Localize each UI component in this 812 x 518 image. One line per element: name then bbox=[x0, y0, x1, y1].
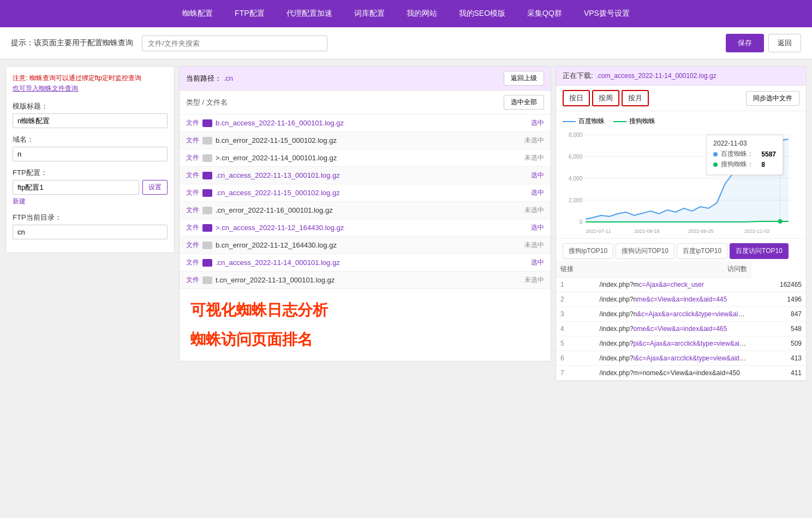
row-link: /index.php?mc=Ajax&a=check_user bbox=[595, 278, 751, 292]
path-display: 当前路径： .cn bbox=[186, 74, 233, 83]
svg-text:6,000: 6,000 bbox=[569, 154, 583, 160]
ftp-config-row: 设置 bbox=[13, 180, 168, 195]
domain-input[interactable] bbox=[13, 147, 168, 161]
overlay-text: 可视化蜘蛛日志分析 蜘蛛访问页面排名 bbox=[180, 289, 551, 356]
file-icon bbox=[202, 259, 212, 267]
main-content: 注意: 蜘蛛查询可以通过绑定ftp定时监控查询 也可导入蜘蛛文件查询 模版标题：… bbox=[0, 59, 812, 388]
file-item[interactable]: 文件 .cn_access_2022-11-14_000101.log.gz 选… bbox=[180, 254, 551, 272]
file-item[interactable]: 文件 .cn_access_2022-11-13_000101.log.gz 选… bbox=[180, 167, 551, 184]
ftp-set-button[interactable]: 设置 bbox=[142, 180, 168, 195]
row-num: 6 bbox=[556, 351, 595, 366]
row-visits: 509 bbox=[751, 336, 806, 351]
template-input[interactable] bbox=[13, 113, 168, 128]
file-status: 未选中 bbox=[524, 153, 544, 162]
svg-text:8,000: 8,000 bbox=[569, 132, 583, 138]
save-button[interactable]: 保存 bbox=[726, 34, 764, 52]
notice-link[interactable]: 也可导入蜘蛛文件查询 bbox=[13, 85, 78, 92]
file-icon bbox=[202, 207, 212, 214]
file-type: 文件 bbox=[186, 275, 202, 285]
date-btn-month[interactable]: 按月 bbox=[622, 90, 649, 106]
tab-baidu-visit[interactable]: 百度访问TOP10 bbox=[730, 243, 789, 259]
svg-marker-14 bbox=[586, 139, 788, 222]
ftp-new-button[interactable]: 新建 bbox=[13, 197, 26, 206]
top-navigation: 蜘蛛配置FTP配置代理配置加速词库配置我的网站我的SEO模版采集QQ群VPS拨号… bbox=[0, 0, 812, 27]
sync-button[interactable]: 同步选中文件 bbox=[746, 91, 799, 106]
tab-baidu-ip[interactable]: 百度ipTOP10 bbox=[677, 243, 727, 259]
nav-item-dict-config[interactable]: 词库配置 bbox=[354, 1, 385, 26]
tab-sogou-visit[interactable]: 搜狗访问TOP10 bbox=[616, 243, 674, 259]
file-name: .cn_access_2022-11-13_000101.log.gz bbox=[216, 171, 527, 179]
file-icon bbox=[202, 119, 212, 127]
file-item[interactable]: 文件 .cn_access_2022-11-15_000102.log.gz 选… bbox=[180, 184, 551, 202]
svg-point-16 bbox=[778, 138, 783, 142]
right-panel: 正在下载: .com_access_2022-11-14_000102.log.… bbox=[556, 66, 807, 381]
table-header-visits: 访问数 bbox=[595, 261, 751, 278]
row-num: 4 bbox=[556, 322, 595, 336]
return-button[interactable]: 返回 bbox=[768, 34, 801, 52]
row-link: /index.php?ome&c=View&a=index&aid=465 bbox=[595, 322, 751, 336]
file-status: 未选中 bbox=[524, 275, 544, 285]
middle-panel: 当前路径： .cn 返回上级 类型 / 文件名 选中全部 文件 b.cn_acc… bbox=[179, 66, 551, 362]
file-icon bbox=[202, 224, 212, 232]
legend-sogou: 搜狗蜘蛛 bbox=[613, 117, 655, 126]
nav-item-ftp-config[interactable]: FTP配置 bbox=[235, 1, 264, 26]
file-name: >.cn_access_2022-11-12_164430.log.gz bbox=[216, 224, 527, 232]
nav-item-qq-group[interactable]: 采集QQ群 bbox=[527, 1, 562, 26]
legend-baidu-label: 百度蜘蛛 bbox=[578, 117, 605, 126]
file-status: 未选中 bbox=[524, 240, 544, 250]
path-label: 当前路径： bbox=[186, 74, 222, 82]
date-filter-row: 按日 按周 按月 同步选中文件 bbox=[556, 86, 806, 111]
file-name: >.cn_error_2022-11-14_000101.log.gz bbox=[216, 154, 520, 162]
svg-text:2022-07-11: 2022-07-11 bbox=[586, 228, 611, 234]
col-type-label: 类型 / 文件名 bbox=[186, 98, 228, 107]
row-num: 7 bbox=[556, 366, 595, 381]
file-item[interactable]: 文件 b.cn_error_2022-11-12_164430.log.gz 未… bbox=[180, 237, 551, 254]
nav-item-my-site[interactable]: 我的网站 bbox=[407, 1, 437, 26]
file-icon bbox=[202, 242, 212, 249]
tab-sogou-ip[interactable]: 搜狗ipTOP10 bbox=[563, 243, 613, 259]
back-up-button[interactable]: 返回上级 bbox=[504, 71, 544, 86]
file-list-header: 类型 / 文件名 选中全部 bbox=[180, 91, 551, 115]
table-row: 2 /index.php?nme&c=View&a=index&aid=445 … bbox=[556, 292, 806, 307]
file-type: 文件 bbox=[186, 188, 202, 197]
notice-text: 注意: 蜘蛛查询可以通过绑定ftp定时监控查询 也可导入蜘蛛文件查询 bbox=[13, 73, 168, 94]
select-all-button[interactable]: 选中全部 bbox=[504, 95, 544, 110]
svg-text:4,000: 4,000 bbox=[569, 176, 583, 182]
svg-text:2,000: 2,000 bbox=[569, 197, 583, 203]
nav-item-proxy-config[interactable]: 代理配置加速 bbox=[286, 1, 332, 26]
table-header-link: 链接 bbox=[556, 261, 595, 278]
row-visits: 413 bbox=[751, 351, 806, 366]
search-input[interactable] bbox=[142, 35, 327, 51]
file-status: 选中 bbox=[531, 171, 544, 180]
row-link: /index.php?pi&c=Ajax&a=arcclick&type=vie… bbox=[595, 336, 751, 351]
ftp-dir-input[interactable] bbox=[13, 225, 168, 239]
file-type: 文件 bbox=[186, 240, 202, 250]
chart-legend: 百度蜘蛛 搜狗蜘蛛 bbox=[563, 117, 799, 126]
file-item[interactable]: 文件 b.cn_error_2022-11-15_000102.log.gz 未… bbox=[180, 132, 551, 149]
file-item[interactable]: 文件 .cn_error_2022-11-16_000101.log.gz 未选… bbox=[180, 202, 551, 219]
legend-sogou-label: 搜狗蜘蛛 bbox=[629, 117, 655, 126]
table-row: 4 /index.php?ome&c=View&a=index&aid=465 … bbox=[556, 322, 806, 336]
header-hint: 提示：该页面主要用于配置蜘蛛查询 bbox=[11, 38, 133, 48]
file-icon bbox=[202, 189, 212, 197]
template-group: 模版标题： bbox=[13, 101, 168, 128]
date-btn-week[interactable]: 按周 bbox=[592, 90, 619, 106]
ftp-config-label: FTP配置： bbox=[13, 168, 168, 178]
file-item[interactable]: 文件 t.cn_error_2022-11-13_000101.log.gz 未… bbox=[180, 272, 551, 289]
file-item[interactable]: 文件 >.cn_access_2022-11-12_164430.log.gz … bbox=[180, 219, 551, 237]
ftp-config-group: FTP配置： 设置 新建 bbox=[13, 168, 168, 206]
nav-item-vps-settings[interactable]: VPS拨号设置 bbox=[584, 1, 630, 26]
nav-item-spider-config[interactable]: 蜘蛛配置 bbox=[182, 1, 213, 26]
ftp-dir-group: FTP当前目录： bbox=[13, 213, 168, 239]
ftp-config-input[interactable] bbox=[13, 180, 139, 195]
date-btn-day[interactable]: 按日 bbox=[563, 90, 590, 106]
table-row: 6 /index.php?i&c=Ajax&a=arcclick&type=vi… bbox=[556, 351, 806, 366]
search-area bbox=[142, 35, 327, 51]
file-item[interactable]: 文件 b.cn_access_2022-11-16_000101.log.gz … bbox=[180, 115, 551, 132]
file-item[interactable]: 文件 >.cn_error_2022-11-14_000101.log.gz 未… bbox=[180, 149, 551, 167]
chart-area: 百度蜘蛛 搜狗蜘蛛 8,000 6,000 bbox=[556, 111, 806, 238]
nav-item-seo-template[interactable]: 我的SEO模版 bbox=[459, 1, 506, 26]
file-type: 文件 bbox=[186, 136, 202, 145]
row-num: 3 bbox=[556, 307, 595, 322]
file-name: .cn_access_2022-11-15_000102.log.gz bbox=[216, 189, 527, 197]
